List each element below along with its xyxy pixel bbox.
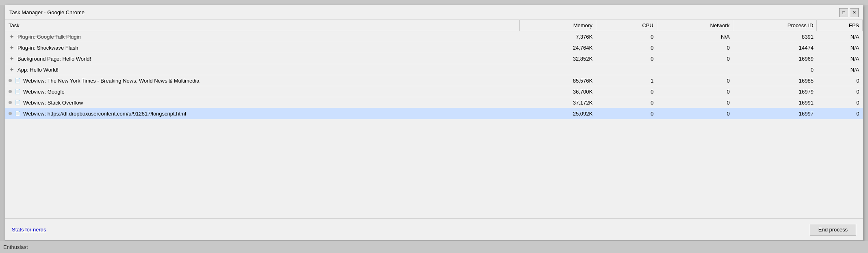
header-fps[interactable]: FPS xyxy=(817,20,863,31)
header-cpu[interactable]: CPU xyxy=(596,20,657,31)
content-area: Task Memory CPU Network Process ID FPS ✦… xyxy=(5,20,863,240)
process-table: Task Memory CPU Network Process ID FPS ✦… xyxy=(5,20,863,119)
doc-icon: 📄 xyxy=(14,99,21,106)
cell-process_id: 16985 xyxy=(733,75,817,86)
header-memory[interactable]: Memory xyxy=(520,20,596,31)
task-cell: ✦App: Hello World! xyxy=(5,64,520,75)
task-cell: 📄Webview: https://dl.dropboxusercontent.… xyxy=(5,108,520,119)
header-process-id[interactable]: Process ID xyxy=(733,20,817,31)
cell-memory: 7,376K xyxy=(520,31,596,42)
cell-cpu: 0 xyxy=(596,53,657,64)
task-cell: ✦Plug-in: Shockwave Flash xyxy=(5,42,520,53)
cell-fps: N/A xyxy=(817,64,863,75)
cell-cpu: 0 xyxy=(596,108,657,119)
header-network[interactable]: Network xyxy=(657,20,733,31)
cell-memory: 85,576K xyxy=(520,75,596,86)
task-name: Webview: The New York Times - Breaking N… xyxy=(23,78,200,84)
cell-process_id: 16991 xyxy=(733,97,817,108)
table-row[interactable]: ✦Plug-in: Google Talk Plugin7,376K0N/A83… xyxy=(5,31,863,42)
status-dot xyxy=(9,79,12,82)
window-title: Task Manager - Google Chrome xyxy=(9,9,85,15)
footer: Stats for nerds End process xyxy=(5,218,863,240)
cell-fps: 0 xyxy=(817,86,863,97)
task-name: Plug-in: Shockwave Flash xyxy=(17,45,78,51)
task-name: Background Page: Hello World! xyxy=(17,56,91,62)
cell-network: N/A xyxy=(657,31,733,42)
cell-fps: N/A xyxy=(817,42,863,53)
cell-process_id: 14474 xyxy=(733,42,817,53)
table-row[interactable]: 📄Webview: Stack Overflow37,172K00169910 xyxy=(5,97,863,108)
table-header-row: Task Memory CPU Network Process ID FPS xyxy=(5,20,863,31)
doc-icon: 📄 xyxy=(14,88,21,95)
bottom-hint-text: Enthusiast xyxy=(3,244,28,250)
cell-cpu: 0 xyxy=(596,42,657,53)
cell-cpu: 0 xyxy=(596,97,657,108)
task-name: Plug-in: Google Talk Plugin xyxy=(17,34,81,40)
cell-process_id: 16969 xyxy=(733,53,817,64)
status-dot xyxy=(9,101,12,104)
cell-memory xyxy=(520,64,596,75)
table-row[interactable]: ✦App: Hello World!0N/A xyxy=(5,64,863,75)
cell-memory: 24,764K xyxy=(520,42,596,53)
cell-fps: N/A xyxy=(817,31,863,42)
cell-memory: 32,852K xyxy=(520,53,596,64)
task-cell: 📄Webview: The New York Times - Breaking … xyxy=(5,75,520,86)
status-dot xyxy=(9,90,12,93)
title-bar: Task Manager - Google Chrome □ ✕ xyxy=(5,5,863,20)
cell-fps: 0 xyxy=(817,75,863,86)
doc-icon: 📄 xyxy=(14,110,21,117)
puzzle-icon: ✦ xyxy=(9,44,15,51)
cell-fps: 0 xyxy=(817,108,863,119)
cell-process_id: 0 xyxy=(733,64,817,75)
cell-memory: 25,092K xyxy=(520,108,596,119)
cell-process_id: 16979 xyxy=(733,86,817,97)
table-body: ✦Plug-in: Google Talk Plugin7,376K0N/A83… xyxy=(5,31,863,119)
cell-cpu: 0 xyxy=(596,86,657,97)
header-task[interactable]: Task xyxy=(5,20,520,31)
close-button[interactable]: ✕ xyxy=(850,8,859,17)
task-cell: 📄Webview: Stack Overflow xyxy=(5,97,520,108)
cell-fps: 0 xyxy=(817,97,863,108)
task-cell: 📄Webview: Google xyxy=(5,86,520,97)
table-row[interactable]: ✦Background Page: Hello World!32,852K001… xyxy=(5,53,863,64)
top-bar xyxy=(0,0,868,5)
puzzle-icon: ✦ xyxy=(9,66,15,73)
cell-network: 0 xyxy=(657,42,733,53)
cell-network xyxy=(657,64,733,75)
table-row[interactable]: ✦Plug-in: Shockwave Flash24,764K0014474N… xyxy=(5,42,863,53)
cell-memory: 36,700K xyxy=(520,86,596,97)
cell-memory: 37,172K xyxy=(520,97,596,108)
puzzle-icon: ✦ xyxy=(9,33,15,40)
cell-cpu: 1 xyxy=(596,75,657,86)
cell-cpu xyxy=(596,64,657,75)
cell-network: 0 xyxy=(657,75,733,86)
doc-icon: 📄 xyxy=(14,77,21,84)
task-name: App: Hello World! xyxy=(17,67,59,73)
task-name: Webview: Google xyxy=(23,89,65,95)
maximize-button[interactable]: □ xyxy=(839,8,848,17)
cell-fps: N/A xyxy=(817,53,863,64)
task-name: Webview: https://dl.dropboxusercontent.c… xyxy=(23,111,186,117)
cell-cpu: 0 xyxy=(596,31,657,42)
title-controls: □ ✕ xyxy=(839,8,859,17)
cell-process_id: 8391 xyxy=(733,31,817,42)
table-row[interactable]: 📄Webview: Google36,700K00169790 xyxy=(5,86,863,97)
cell-process_id: 16997 xyxy=(733,108,817,119)
task-cell: ✦Plug-in: Google Talk Plugin xyxy=(5,31,520,42)
table-row[interactable]: 📄Webview: The New York Times - Breaking … xyxy=(5,75,863,86)
puzzle-icon: ✦ xyxy=(9,55,15,62)
table-container[interactable]: Task Memory CPU Network Process ID FPS ✦… xyxy=(5,20,863,218)
stats-for-nerds-link[interactable]: Stats for nerds xyxy=(12,227,46,233)
task-cell: ✦Background Page: Hello World! xyxy=(5,53,520,64)
table-row[interactable]: 📄Webview: https://dl.dropboxusercontent.… xyxy=(5,108,863,119)
task-name: Webview: Stack Overflow xyxy=(23,100,83,106)
bottom-bar: Enthusiast xyxy=(0,241,868,253)
task-manager-window: Task Manager - Google Chrome □ ✕ Task Me… xyxy=(5,5,863,241)
cell-network: 0 xyxy=(657,86,733,97)
cell-network: 0 xyxy=(657,97,733,108)
status-dot xyxy=(9,112,12,115)
cell-network: 0 xyxy=(657,53,733,64)
end-process-button[interactable]: End process xyxy=(810,224,856,236)
cell-network: 0 xyxy=(657,108,733,119)
